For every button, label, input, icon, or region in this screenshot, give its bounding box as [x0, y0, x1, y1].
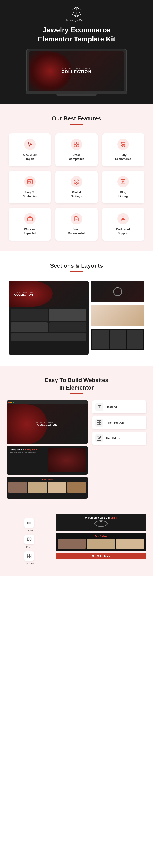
- build-tool-inner-section: Inner Section: [92, 416, 147, 429]
- svg-rect-31: [99, 421, 101, 423]
- seller-thumb-2: [28, 482, 47, 493]
- build-story-text: A Story Behind Every Piece Lorem ipsum d…: [9, 448, 46, 472]
- create-highlight: Skills: [110, 517, 117, 519]
- bottom-tool-portfolio: Portfolio: [6, 551, 52, 565]
- customize-icon: [27, 179, 33, 185]
- heading-label: Heading: [106, 405, 117, 408]
- browser-bar: [6, 400, 88, 404]
- brand-name: Jewelryx World: [65, 19, 88, 22]
- layout-row-2: [11, 322, 86, 332]
- build-story-section: A Story Behind Every Piece Lorem ipsum d…: [6, 446, 88, 474]
- ecommerce-icon: [120, 142, 126, 147]
- bottom-create-title: We Create It With Our Skills: [58, 517, 144, 519]
- hero-title: Jewelry Ecommerce Elementor Template Kit: [4, 26, 149, 43]
- work-label: Work AsExpected: [12, 227, 47, 235]
- our-collections-label: Our Collections: [92, 555, 110, 557]
- svg-rect-36: [30, 538, 31, 540]
- feature-card-global: GlobalSettings: [55, 171, 98, 204]
- seller-thumb-4: [67, 482, 86, 493]
- build-content: ELEGANT jewelry from COLLECTION A Story …: [6, 400, 147, 499]
- layouts-title-underline: [70, 271, 83, 272]
- documented-label: WellDocumented: [59, 227, 94, 235]
- bottom-right: We Create It With Our Skills Best Seller…: [55, 514, 147, 565]
- svg-rect-32: [97, 423, 99, 425]
- ecommerce-label: FullyEcommerce: [106, 153, 141, 161]
- build-tool-text-editor: Text Editor: [92, 432, 147, 445]
- layout-row-1: [11, 309, 86, 321]
- svg-rect-11: [77, 142, 79, 144]
- build-story-title: A Story Behind Every Piece: [9, 448, 46, 451]
- global-icon-wrap: [71, 176, 82, 187]
- layout-preview-product: [91, 305, 144, 327]
- feature-card-ecommerce: FullyEcommerce: [102, 133, 144, 166]
- svg-rect-30: [97, 421, 99, 423]
- svg-rect-35: [27, 538, 29, 540]
- hero-title-line1: Jewelry Ecommerce: [4, 26, 149, 35]
- svg-line-4: [72, 10, 76, 17]
- posts-tool-icon: [24, 535, 34, 545]
- svg-rect-34: [27, 522, 31, 524]
- layout-preview-ring: [91, 281, 144, 303]
- bottom-grid: Button Posts: [6, 514, 147, 565]
- layout-thumb-3: [11, 322, 48, 332]
- heading-icon: T: [95, 403, 103, 411]
- layout-thumb-wide: [11, 334, 86, 341]
- feature-card-one-click: One-ClickImport: [9, 133, 51, 166]
- feature-card-work: Work AsExpected: [9, 208, 51, 241]
- inner-section-icon: [95, 419, 103, 427]
- ring-display: [95, 520, 107, 527]
- svg-rect-41: [27, 556, 29, 558]
- diamond-icon: [71, 6, 82, 18]
- blog-label: BlogListing: [106, 190, 141, 198]
- cursor-icon: [27, 142, 33, 147]
- bottom-sellers-title: Best Sellers: [58, 535, 144, 537]
- build-story-image: [48, 448, 86, 472]
- support-icon: [120, 216, 126, 222]
- browser-screen: ELEGANT jewelry from COLLECTION: [6, 404, 88, 444]
- build-sellers: Best Sellers: [6, 477, 88, 499]
- grid-item-1: [93, 330, 109, 349]
- collection-label: COLLECTION: [61, 69, 92, 74]
- layout-thumb-2: [49, 309, 86, 321]
- customize-label: Easy ToCustomize: [12, 190, 47, 198]
- svg-rect-12: [74, 145, 76, 147]
- build-browser: ELEGANT jewelry from COLLECTION: [6, 400, 88, 444]
- laptop-screen-content: ELEGANT jewelry from COLLECTION: [29, 52, 124, 91]
- button-tool-label: Button: [26, 529, 33, 532]
- build-right: T Heading Inner Section: [92, 400, 147, 499]
- browser-dot-yellow: [10, 402, 12, 403]
- browser-screen-text: ELEGANT jewelry from COLLECTION: [36, 422, 58, 427]
- cross-icon-wrap: [71, 139, 82, 150]
- bottom-seller-1: [58, 539, 86, 549]
- svg-rect-16: [28, 181, 30, 183]
- browser-dot-green: [13, 402, 14, 403]
- seller-thumb-1: [8, 482, 27, 493]
- build-title: Easy To Build Websites In Elementor: [6, 377, 147, 392]
- build-left: ELEGANT jewelry from COLLECTION A Story …: [6, 400, 88, 499]
- text-editor-svg: [97, 436, 102, 441]
- text-editor-label: Text Editor: [106, 437, 121, 440]
- svg-point-29: [122, 217, 124, 219]
- portfolio-tool-label: Portfolio: [25, 562, 34, 565]
- bottom-sellers-title-text: Best Sellers: [95, 535, 107, 537]
- build-title-line1: Easy To Build Websites: [45, 377, 108, 383]
- ecommerce-icon-wrap: [118, 139, 129, 150]
- blog-icon-wrap: [118, 176, 129, 187]
- bottom-create-section: We Create It With Our Skills: [55, 514, 147, 531]
- portfolio-icon-svg: [27, 554, 32, 559]
- work-icon-wrap: [24, 213, 35, 224]
- bottom-tool-posts: Posts: [6, 535, 52, 548]
- bottom-ring-row: [58, 520, 144, 527]
- features-section: Our Best Features One-ClickImport CrossC…: [0, 104, 153, 251]
- our-collections-tagline: Our Collections: [55, 553, 147, 559]
- layout-thumb-1: [11, 309, 48, 321]
- inner-section-label: Inner Section: [106, 421, 124, 424]
- bottom-sellers-section: Best Sellers: [55, 533, 147, 551]
- hero-section: Jewelryx World Jewelry Ecommerce Element…: [0, 0, 153, 104]
- laptop-stand: [56, 94, 97, 95]
- posts-tool-label: Posts: [26, 546, 32, 548]
- global-label: GlobalSettings: [59, 190, 94, 198]
- layouts-title: Sections & Layouts: [9, 262, 144, 269]
- features-grid: One-ClickImport CrossCompatible FullyEco…: [9, 133, 144, 241]
- svg-rect-13: [77, 145, 79, 147]
